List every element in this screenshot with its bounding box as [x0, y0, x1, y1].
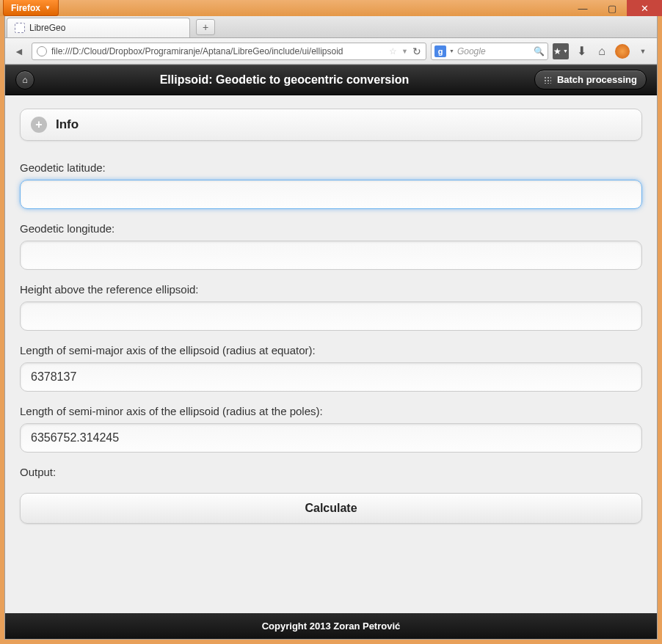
search-bar[interactable]: g ▼ Google 🔍 — [431, 43, 548, 60]
search-engine-chevron-icon[interactable]: ▼ — [449, 48, 454, 54]
reload-button[interactable]: ↻ — [412, 45, 421, 57]
globe-icon — [37, 46, 47, 56]
search-icon[interactable]: 🔍 — [534, 46, 545, 56]
bookmark-star-icon[interactable]: ☆ — [389, 46, 397, 56]
semi-major-label: Length of semi-major axis of the ellipso… — [20, 344, 642, 356]
info-collapsible[interactable]: + Info — [20, 109, 642, 141]
home-button[interactable]: ⌂ — [594, 43, 610, 59]
batch-processing-button[interactable]: Batch processing — [534, 70, 647, 89]
url-text: file:///D:/Cloud/Dropbox/Programiranje/A… — [51, 46, 385, 56]
back-button[interactable]: ◄ — [11, 43, 27, 59]
downloads-button[interactable]: ⬇ — [573, 43, 589, 59]
tab-strip: LibreGeo + — [5, 16, 657, 38]
bookmarks-menu-button[interactable]: ★▼ — [553, 43, 569, 59]
output-label: Output: — [20, 466, 642, 478]
height-input[interactable] — [20, 301, 642, 331]
calculate-button[interactable]: Calculate — [20, 493, 642, 524]
lon-input[interactable] — [20, 241, 642, 270]
history-dropdown-icon[interactable]: ▼ — [401, 48, 408, 55]
close-button[interactable]: ✕ — [627, 0, 662, 16]
home-icon: ⌂ — [22, 75, 27, 85]
firefox-menu-label: Firefox — [11, 3, 40, 13]
app-header: ⌂ Ellipsoid: Geodetic to geocentric conv… — [5, 65, 657, 95]
new-tab-button[interactable]: + — [196, 19, 215, 35]
browser-tab[interactable]: LibreGeo — [7, 18, 190, 37]
page-title: Ellipsoid: Geodetic to geocentric conver… — [160, 73, 410, 87]
nav-toolbar: ◄ file:///D:/Cloud/Dropbox/Programiranje… — [5, 38, 657, 65]
tab-title: LibreGeo — [29, 23, 65, 33]
grip-icon — [544, 76, 551, 84]
favicon — [15, 23, 25, 33]
chevron-down-icon: ▼ — [45, 4, 51, 11]
batch-processing-label: Batch processing — [557, 74, 637, 85]
height-label: Height above the reference ellipsoid: — [20, 283, 642, 296]
footer-copyright: Copyright 2013 Zoran Petrović — [5, 613, 657, 639]
overflow-chevron-icon[interactable]: ▼ — [635, 43, 651, 59]
lon-label: Geodetic longitude: — [20, 222, 642, 235]
minimize-button[interactable]: — — [568, 0, 597, 16]
window-titlebar: Firefox ▼ — ▢ ✕ — [0, 0, 662, 16]
url-bar[interactable]: file:///D:/Cloud/Dropbox/Programiranje/A… — [32, 43, 426, 60]
semi-major-input[interactable] — [20, 362, 642, 392]
maximize-button[interactable]: ▢ — [597, 0, 627, 16]
info-label: Info — [56, 117, 79, 132]
plus-circle-icon: + — [31, 117, 47, 133]
addon-button[interactable] — [614, 43, 630, 59]
semi-minor-input[interactable] — [20, 423, 642, 453]
firefox-menu-button[interactable]: Firefox ▼ — [3, 0, 59, 16]
search-engine-icon: g — [434, 45, 446, 57]
semi-minor-label: Length of semi-minor axis of the ellipso… — [20, 405, 642, 417]
search-placeholder: Google — [457, 46, 531, 56]
app-home-button[interactable]: ⌂ — [15, 70, 34, 89]
lat-input[interactable] — [20, 180, 642, 209]
lat-label: Geodetic latitude: — [20, 161, 642, 174]
